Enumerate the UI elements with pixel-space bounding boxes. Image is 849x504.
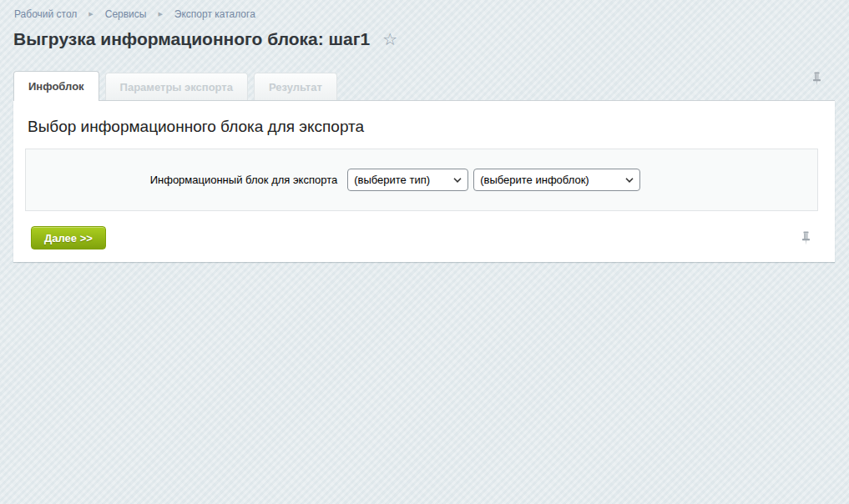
pushpin-icon bbox=[811, 72, 822, 86]
section-heading: Выбор информационного блока для экспорта bbox=[28, 118, 835, 136]
pin-settings-icon[interactable] bbox=[801, 231, 811, 245]
breadcrumb-item-desktop[interactable]: Рабочий стол bbox=[14, 8, 77, 20]
infoblock-export-label: Информационный блок для экспорта bbox=[26, 174, 342, 186]
content-panel: Выбор информационного блока для экспорта… bbox=[13, 100, 835, 262]
infoblock-select-wrap: (выберите инфоблок) bbox=[473, 169, 640, 191]
tab-export-params: Параметры экспорта bbox=[105, 73, 248, 100]
breadcrumb-separator-icon: ▶ bbox=[158, 9, 162, 19]
infoblock-select[interactable]: (выберите инфоблок) bbox=[473, 169, 640, 191]
breadcrumb-separator-icon: ▶ bbox=[88, 9, 93, 19]
next-step-button[interactable]: Далее >> bbox=[31, 226, 106, 249]
pin-settings-icon[interactable] bbox=[811, 72, 822, 86]
infoblock-type-select[interactable]: (выберите тип) bbox=[347, 169, 468, 191]
tab-infoblock[interactable]: Инфоблок bbox=[13, 71, 99, 101]
tab-result: Результат bbox=[254, 73, 337, 100]
infoblock-type-select-wrap: (выберите тип) bbox=[347, 169, 468, 191]
pushpin-icon bbox=[801, 231, 811, 245]
breadcrumb-item-services[interactable]: Сервисы bbox=[105, 8, 147, 20]
tab-bar: Инфоблок Параметры экспорта Результат bbox=[13, 70, 849, 100]
favorite-star-icon[interactable]: ☆ bbox=[382, 31, 397, 48]
title-row: Выгрузка информационного блока: шаг1 ☆ bbox=[13, 29, 849, 49]
form-section: Информационный блок для экспорта (выбери… bbox=[25, 149, 818, 211]
page-title: Выгрузка информационного блока: шаг1 bbox=[13, 29, 370, 49]
breadcrumb-item-catalog-export[interactable]: Экспорт каталога bbox=[174, 8, 255, 20]
breadcrumb: Рабочий стол ▶ Сервисы ▶ Экспорт каталог… bbox=[0, 0, 849, 20]
form-row: Информационный блок для экспорта (выбери… bbox=[26, 169, 817, 191]
action-row: Далее >> bbox=[31, 226, 811, 249]
